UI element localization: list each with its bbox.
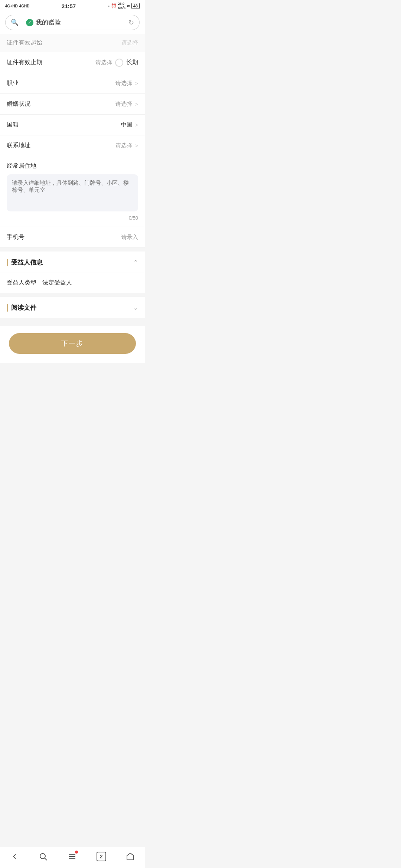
occupation-right: 请选择 > — [115, 80, 138, 87]
search-box[interactable]: 🔍 ✓ 我的赠险 ↻ — [5, 15, 140, 30]
battery-icon: 48 — [131, 3, 140, 9]
phone-value: 请录入 — [121, 234, 138, 241]
verified-badge: ✓ — [26, 19, 33, 26]
chevron-icon: > — [135, 101, 138, 107]
documents-section-header[interactable]: 阅读文件 ⌄ — [0, 297, 145, 318]
address-right: 请选择 > — [115, 142, 138, 149]
longterm-label: 长期 — [126, 59, 138, 66]
occupation-value: 请选择 — [115, 80, 132, 87]
search-bar-container: 🔍 ✓ 我的赠险 ↻ — [0, 12, 145, 34]
occupation-label: 职业 — [7, 79, 19, 87]
refresh-icon[interactable]: ↻ — [128, 19, 134, 27]
spacer — [0, 318, 145, 326]
form-section: 证件有效止期 请选择 长期 职业 请选择 > 婚姻状况 请选择 > 国籍 中国 … — [0, 52, 145, 248]
expand-down-icon[interactable]: ⌄ — [133, 304, 138, 311]
nationality-label: 国籍 — [7, 121, 19, 129]
status-time: 21:57 — [62, 3, 76, 9]
longterm-checkbox[interactable] — [115, 59, 123, 67]
status-bar: 4G+HD 4GHD 21:57 ⋅ ⏰ 23.9KB/s ≈ 48 — [0, 0, 145, 12]
chevron-icon: > — [135, 80, 138, 86]
form-row-occupation[interactable]: 职业 请选择 > — [0, 73, 145, 94]
ben-type-label: 受益人类型 — [7, 279, 36, 287]
phone-right: 请录入 — [121, 234, 138, 241]
search-verified-area: ✓ 我的赠险 — [26, 18, 125, 27]
validity-value: 请选择 — [95, 59, 112, 66]
residence-input[interactable] — [7, 174, 138, 211]
residence-section: 经常居住地 0/50 — [0, 156, 145, 227]
partial-row: 证件有效起始 请选择 — [0, 34, 145, 52]
search-icon: 🔍 — [11, 19, 18, 26]
section-bar-icon — [7, 259, 8, 266]
check-icon: ✓ — [28, 20, 32, 25]
address-label: 联系地址 — [7, 142, 30, 149]
signal-area: 4G+HD 4GHD — [5, 4, 29, 8]
chevron-icon: > — [135, 122, 138, 128]
beneficiary-title-text: 受益人信息 — [11, 258, 43, 267]
status-icons: ⋅ ⏰ 23.9KB/s ≈ 48 — [108, 2, 140, 10]
partial-label: 证件有效起始 — [7, 39, 42, 47]
form-row-address[interactable]: 联系地址 请选择 > — [0, 135, 145, 156]
beneficiary-row: 受益人类型 法定受益人 — [0, 273, 145, 293]
partial-value: 请选择 — [121, 39, 138, 46]
section-bar-icon — [7, 304, 8, 312]
button-area: 下一步 — [0, 326, 145, 363]
signal1: 4G+HD — [5, 4, 18, 8]
bluetooth-icon: ⋅ — [108, 3, 110, 9]
signal2: 4GHD — [19, 4, 30, 8]
form-row-validity[interactable]: 证件有效止期 请选择 长期 — [0, 52, 145, 73]
nationality-right: 中国 > — [121, 121, 138, 128]
validity-label: 证件有效止期 — [7, 59, 42, 66]
partial-right: 请选择 — [121, 39, 138, 46]
documents-title-text: 阅读文件 — [11, 303, 36, 312]
marital-label: 婚姻状况 — [7, 100, 30, 108]
validity-right: 请选择 长期 — [95, 59, 138, 67]
beneficiary-title: 受益人信息 — [7, 258, 43, 267]
next-button[interactable]: 下一步 — [9, 333, 136, 354]
ben-type-value: 法定受益人 — [42, 279, 72, 287]
alarm-icon: ⏰ — [111, 3, 117, 9]
bottom-spacer — [0, 363, 145, 392]
phone-label: 手机号 — [7, 233, 25, 241]
beneficiary-section-header[interactable]: 受益人信息 ⌃ — [0, 251, 145, 273]
form-row-nationality[interactable]: 国籍 中国 > — [0, 115, 145, 135]
search-text: 我的赠险 — [36, 18, 61, 27]
residence-label: 经常居住地 — [7, 162, 138, 170]
nationality-value: 中国 — [121, 121, 132, 128]
search-divider — [22, 19, 22, 26]
form-row-phone[interactable]: 手机号 请录入 — [0, 227, 145, 248]
wifi-icon: ≈ — [127, 3, 130, 9]
form-row-marital[interactable]: 婚姻状况 请选择 > — [0, 94, 145, 115]
marital-right: 请选择 > — [115, 101, 138, 108]
collapse-up-icon[interactable]: ⌃ — [133, 259, 138, 266]
address-value: 请选择 — [115, 142, 132, 149]
documents-title: 阅读文件 — [7, 303, 36, 312]
network-speed: 23.9KB/s — [118, 2, 126, 10]
chevron-icon: > — [135, 143, 138, 149]
char-count: 0/50 — [7, 215, 138, 221]
marital-value: 请选择 — [115, 101, 132, 108]
